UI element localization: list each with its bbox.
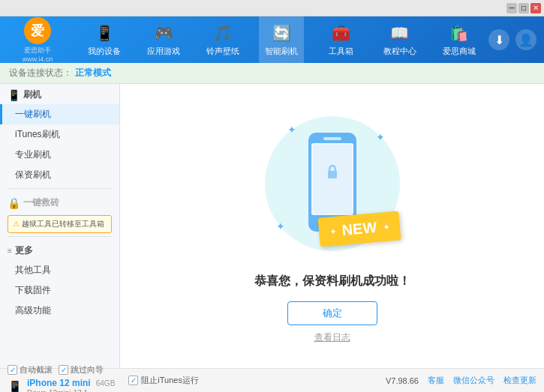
nav-item-shop[interactable]: 🛍️ 爱思商城	[437, 16, 482, 63]
device-phone-icon: 📱	[8, 380, 23, 392]
title-bar: ─ □ ✕	[0, 0, 544, 16]
logo-text: 爱思助手 www.i4.cn	[23, 46, 53, 63]
device-panel: ✓ 自动截滚 ✓ 跳过向导 📱 iPhone 12 mini 64GB Down…	[8, 364, 115, 393]
view-log-link[interactable]: 查看日志	[314, 331, 350, 344]
shop-icon: 🛍️	[449, 22, 470, 43]
nav-item-wallpaper[interactable]: 🎵 铃声壁纸	[200, 16, 245, 63]
sidebar-rescue-header: 🔒 一键救砖	[0, 192, 119, 212]
nav-item-my-device[interactable]: 📱 我的设备	[82, 16, 127, 63]
customer-service-link[interactable]: 客服	[428, 375, 444, 386]
minimize-button[interactable]: ─	[506, 3, 517, 13]
svg-rect-5	[328, 171, 337, 178]
close-button[interactable]: ✕	[530, 3, 541, 13]
skip-wizard-check[interactable]: ✓	[59, 365, 68, 375]
sidebar-divider-2	[8, 236, 112, 237]
nav-item-tutorial[interactable]: 📖 教程中心	[377, 16, 422, 63]
more-section-icon: ≡	[8, 247, 12, 255]
sidebar-item-save-flash[interactable]: 保资刷机	[0, 165, 119, 185]
status-bar: 设备连接状态： 正常模式	[0, 63, 544, 84]
sidebar-item-other-tools[interactable]: 其他工具	[0, 260, 119, 280]
sidebar: 📱 刷机 一键刷机 iTunes刷机 专业刷机 保资刷机 🔒 一键救砖 ⚠ 越狱…	[0, 84, 120, 368]
toolbox-icon: 🧰	[330, 22, 351, 43]
status-value: 正常模式	[75, 67, 111, 79]
bottom-left: ✓ 自动截滚 ✓ 跳过向导 📱 iPhone 12 mini 64GB Down…	[8, 364, 386, 393]
nav-logo[interactable]: 爱 爱思助手 www.i4.cn	[0, 17, 75, 63]
sidebar-item-itunes-flash[interactable]: iTunes刷机	[0, 124, 119, 145]
nav-right: ⬇ 👤	[488, 29, 544, 50]
user-button[interactable]: 👤	[515, 29, 536, 50]
sparkle-1: ✦	[287, 124, 296, 136]
rescue-icon: 🔒	[8, 197, 20, 209]
wechat-public-link[interactable]: 微信公众号	[453, 375, 494, 386]
sparkle-3: ✦	[276, 220, 285, 232]
sidebar-item-one-key-flash[interactable]: 一键刷机	[0, 104, 119, 124]
stop-itunes-checkbox[interactable]: ✓	[128, 376, 138, 385]
stop-itunes-container: ✓ 阻止iTunes运行	[128, 375, 199, 386]
phone-illustration: ✦ ✦ ✦	[257, 109, 407, 259]
jailbreak-warning-icon: ⚠	[13, 220, 20, 228]
device-row: 📱 iPhone 12 mini 64GB Down-12mini-13,1	[8, 378, 115, 393]
wallpaper-icon: 🎵	[212, 22, 233, 43]
top-nav: 爱 爱思助手 www.i4.cn 📱 我的设备 🎮 应用游戏 🎵 铃声壁纸 🔄 …	[0, 16, 544, 63]
content-area: ✦ ✦ ✦	[120, 84, 544, 368]
nav-item-smart-flash[interactable]: 🔄 智能刷机	[259, 16, 304, 63]
check-update-link[interactable]: 检查更新	[503, 375, 536, 386]
status-label: 设备连接状态：	[9, 67, 72, 79]
nav-item-apps-games[interactable]: 🎮 应用游戏	[141, 16, 186, 63]
logo-icon: 爱	[24, 17, 51, 44]
sidebar-item-advanced[interactable]: 高级功能	[0, 301, 119, 321]
sidebar-more-header: ≡ 更多	[0, 240, 119, 260]
my-device-icon: 📱	[94, 22, 115, 43]
nav-items: 📱 我的设备 🎮 应用游戏 🎵 铃声壁纸 🔄 智能刷机 🧰 工具箱 📖 教程中心…	[75, 16, 488, 63]
checkbox-skip-wizard[interactable]: ✓ 跳过向导	[59, 364, 104, 376]
maximize-button[interactable]: □	[518, 3, 529, 13]
checkbox-auto-screenshot[interactable]: ✓ 自动截滚	[8, 364, 53, 376]
sidebar-item-download-firmware[interactable]: 下载固件	[0, 280, 119, 301]
version-label: V7.98.66	[386, 376, 419, 385]
tutorial-icon: 📖	[389, 22, 410, 43]
apps-games-icon: 🎮	[153, 22, 174, 43]
download-button[interactable]: ⬇	[488, 29, 509, 50]
sidebar-flash-header[interactable]: 📱 刷机	[0, 84, 119, 104]
confirm-button[interactable]: 确定	[287, 301, 377, 325]
svg-rect-3	[323, 137, 341, 140]
stop-itunes-label: 阻止iTunes运行	[141, 375, 199, 386]
sidebar-item-pro-flash[interactable]: 专业刷机	[0, 145, 119, 165]
device-checkboxes: ✓ 自动截滚 ✓ 跳过向导	[8, 364, 115, 376]
sparkle-2: ✦	[376, 131, 385, 143]
auto-screenshot-check[interactable]: ✓	[8, 365, 17, 375]
jailbreak-notice: ⚠ 越狱工具已转移至工具箱	[8, 215, 112, 233]
success-text: 恭喜您，保资料刷机成功啦！	[254, 274, 410, 289]
nav-item-toolbox[interactable]: 🧰 工具箱	[318, 16, 363, 63]
device-info: iPhone 12 mini 64GB Down-12mini-13,1	[27, 378, 115, 393]
svg-rect-4	[313, 145, 352, 214]
sidebar-divider-1	[8, 188, 112, 189]
flash-section-icon: 📱	[8, 89, 20, 101]
bottom-bar: ✓ 自动截滚 ✓ 跳过向导 📱 iPhone 12 mini 64GB Down…	[0, 368, 544, 392]
smart-flash-icon: 🔄	[271, 22, 292, 43]
main-layout: 📱 刷机 一键刷机 iTunes刷机 专业刷机 保资刷机 🔒 一键救砖 ⚠ 越狱…	[0, 84, 544, 368]
bottom-right: V7.98.66 客服 微信公众号 检查更新	[386, 375, 536, 386]
